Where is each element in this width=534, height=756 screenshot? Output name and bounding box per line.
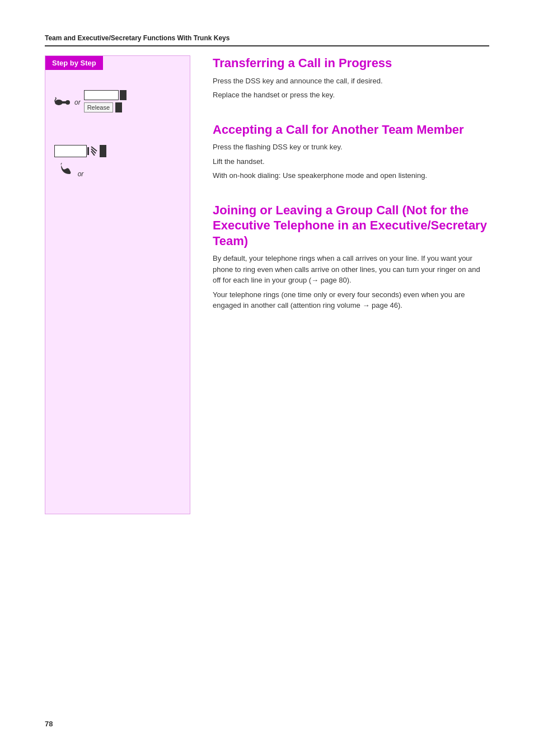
flash-key-group [54,145,98,157]
transfer-title: Transferring a Call in Progress [213,55,489,71]
accepting-title: Accepting a Call for Another Team Member [213,122,489,138]
divider-2 [213,185,489,203]
phone-icon [54,96,72,109]
flash-key-row [54,145,181,157]
transfer-diagram: or Release [54,90,181,114]
release-label: Release [84,102,113,112]
transfer-instruction-2: Replace the handset or press the key. [213,90,489,101]
handset-icon-row: or [59,161,181,178]
or-label-transfer: or [74,98,81,106]
right-column: Transferring a Call in Progress Press th… [196,55,489,559]
joining-instruction-2: Your telephone rings (one time only or e… [213,289,489,311]
accepting-instruction-2: Lift the handset. [213,156,489,167]
dss-key-fill-2 [115,102,122,112]
accepting-instruction-1: Press the flashing DSS key or trunk key. [213,142,489,153]
accepting-diagram: or [54,145,181,178]
accepting-instruction-3: With on-hook dialing: Use speakerphone m… [213,170,489,181]
arrow-ref-1: → page 80 [311,276,347,284]
dss-key-rect-1 [84,90,119,100]
flash-key-rect [54,145,87,157]
key-row-2: Release [84,102,127,112]
joining-instruction-1: By default, your telephone rings when a … [213,253,489,286]
dss-key-column: Release [84,90,127,114]
page-container: Team and Executive/Secretary Functions W… [0,0,534,756]
divider-1 [213,104,489,122]
dss-key-fill-1 [120,90,127,100]
or-label-accept: or [78,170,84,178]
handset-svg [59,161,74,176]
page-header-title: Team and Executive/Secretary Functions W… [45,34,229,42]
flash-lines [87,147,89,155]
flash-indicator [90,145,98,157]
arrow-ref-2: → page 46 [362,301,398,309]
transfer-instruction-1: Press the DSS key and announce the call,… [213,76,489,87]
step-content: or Release [45,79,190,184]
page-number: 78 [45,720,53,728]
flash-svg [90,145,98,156]
step-by-step-header: Step by Step [45,56,103,70]
joining-title: Joining or Leaving a Group Call (Not for… [213,203,489,249]
left-column: Step by Step or [45,55,196,559]
page-header: Team and Executive/Secretary Functions W… [45,34,489,46]
step-by-step-header-wrapper: Step by Step [45,56,190,70]
svg-point-2 [65,100,70,105]
key-row-1 [84,90,127,100]
two-col-layout: Step by Step or [45,55,489,559]
step-by-step-box: Step by Step or [45,55,190,514]
key-fill-black [100,145,106,157]
flash-line-bar [87,147,89,155]
